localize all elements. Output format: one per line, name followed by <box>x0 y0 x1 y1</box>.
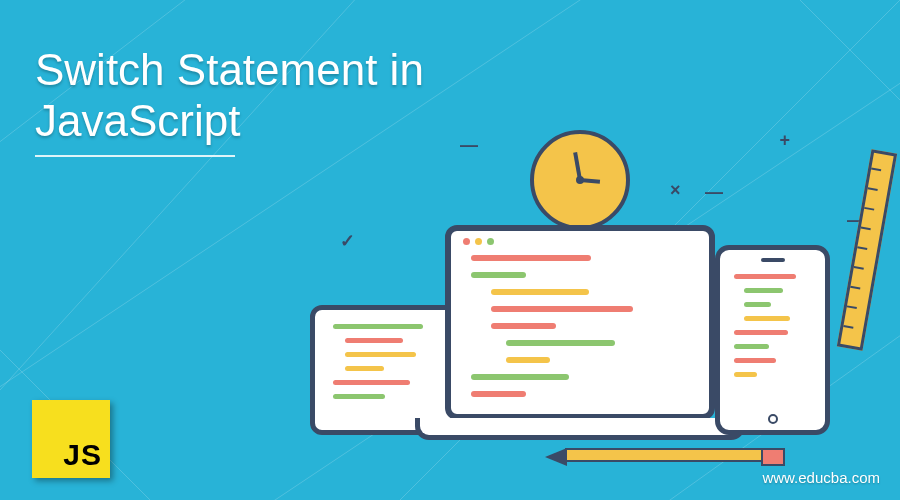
code-line <box>345 366 384 371</box>
title-line-2: JavaScript <box>35 96 240 145</box>
phone-device <box>715 245 830 435</box>
phone-home-button <box>768 414 778 424</box>
code-line <box>333 380 410 385</box>
laptop-base <box>415 418 745 440</box>
minimize-dot-icon <box>475 238 482 245</box>
pencil-icon <box>565 448 785 462</box>
code-line <box>491 306 633 312</box>
code-line <box>471 272 526 278</box>
code-line <box>333 394 385 399</box>
code-line <box>734 372 757 377</box>
title-underline <box>35 155 235 157</box>
website-url: www.educba.com <box>762 469 880 486</box>
code-line <box>744 288 783 293</box>
check-icon: ✓ <box>340 230 355 252</box>
cross-icon: × <box>670 180 681 201</box>
code-line <box>471 255 591 261</box>
code-line <box>471 391 526 397</box>
code-line <box>491 289 589 295</box>
title-line-1: Switch Statement in <box>35 45 424 94</box>
code-line <box>734 344 769 349</box>
laptop-device <box>445 225 715 420</box>
banner-root: Switch Statement in JavaScript JS www.ed… <box>0 0 900 500</box>
devices-illustration: ✓ — × — + — <box>310 140 870 470</box>
dash-icon: — <box>705 182 723 203</box>
clock-center <box>576 176 584 184</box>
window-controls <box>463 238 494 245</box>
dash-icon: — <box>460 135 478 156</box>
plus-icon: + <box>779 130 790 151</box>
code-line <box>471 374 569 380</box>
code-line <box>345 352 416 357</box>
page-title: Switch Statement in JavaScript <box>35 45 424 146</box>
close-dot-icon <box>463 238 470 245</box>
code-line <box>345 338 403 343</box>
code-line <box>744 302 771 307</box>
code-line <box>491 323 556 329</box>
maximize-dot-icon <box>487 238 494 245</box>
js-logo-text: JS <box>63 438 102 472</box>
code-line <box>744 316 790 321</box>
code-line <box>734 274 796 279</box>
phone-speaker <box>761 258 785 262</box>
clock-icon <box>530 130 630 230</box>
code-line <box>333 324 423 329</box>
code-line <box>734 358 776 363</box>
ruler-icon <box>837 149 897 350</box>
code-line <box>734 330 788 335</box>
js-logo: JS <box>32 400 110 478</box>
code-line <box>506 357 550 363</box>
code-line <box>506 340 615 346</box>
